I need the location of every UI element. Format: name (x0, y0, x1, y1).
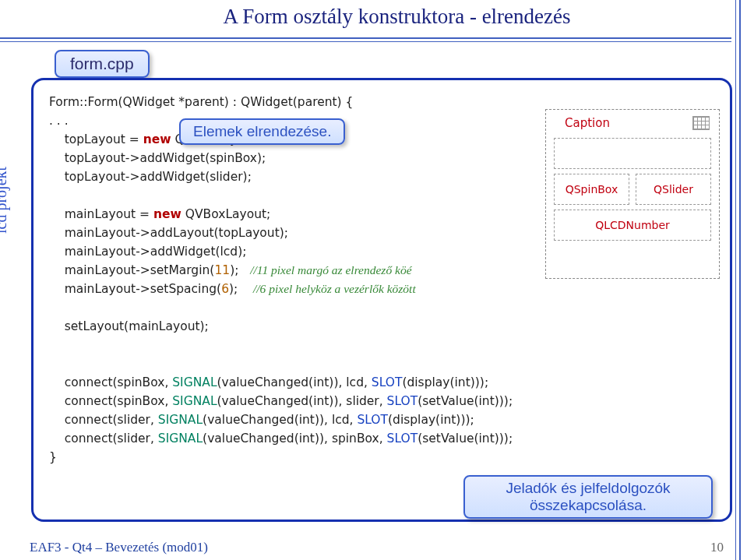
diagram-qspinbox: QSpinBox (554, 174, 629, 205)
page-number: 10 (710, 540, 724, 555)
code-line (49, 336, 714, 354)
code-line: connect(slider, SIGNAL(valueChanged(int)… (49, 410, 714, 429)
code-line (49, 354, 714, 373)
code-line: mainLayout->setSpacing(6); //6 pixel hel… (49, 280, 714, 298)
code-line (49, 298, 714, 317)
diagram-caption: Caption (565, 116, 610, 130)
decor-rule-right-thick (739, 0, 741, 560)
diagram-qslider: QSlider (636, 174, 711, 205)
code-line: setLayout(mainLayout); (49, 317, 714, 336)
page-title: A Form osztály konstruktora - elrendezés (78, 0, 716, 35)
layout-diagram: Caption QSpinBox QSlider QLCDNumber (545, 109, 720, 279)
side-label: lcd projekt (0, 167, 10, 234)
decor-rule-right-thin (735, 0, 736, 560)
code-line: connect(spinBox, SIGNAL(valueChanged(int… (49, 373, 714, 392)
code-line: } (49, 448, 714, 467)
callout-signals: Jeladók és jelfeldolgozók összekapcsolás… (463, 475, 713, 519)
code-line: connect(slider, SIGNAL(valueChanged(int)… (49, 429, 714, 448)
decor-rule-top-thick (0, 37, 731, 39)
diagram-qlcdnumber: QLCDNumber (554, 210, 711, 241)
code-line: connect(spinBox, SIGNAL(valueChanged(int… (49, 392, 714, 410)
diagram-placeholder (554, 138, 711, 169)
footer-text: EAF3 - Qt4 – Bevezetés (mod01) (30, 540, 208, 555)
resize-handle-icon (692, 116, 710, 130)
decor-rule-top-thin (0, 41, 731, 42)
callout-layout: Elemek elrendezése. (179, 118, 345, 145)
filename-badge: form.cpp (55, 50, 150, 78)
